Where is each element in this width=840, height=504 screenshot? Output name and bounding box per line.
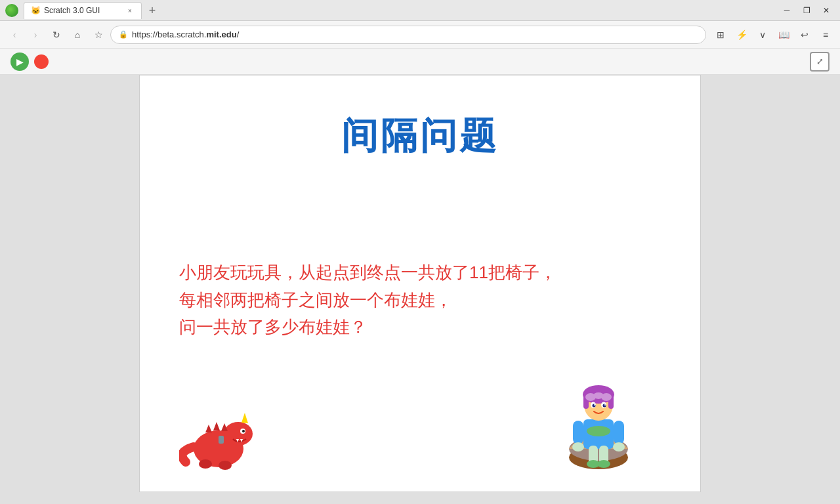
home-button[interactable]: ⌂ [68,26,87,44]
svg-point-30 [572,442,584,452]
extensions-button[interactable]: ⊞ [711,26,730,44]
browser-logo-icon [5,4,18,17]
spark-button[interactable]: ⚡ [732,26,751,44]
nav-bar: ‹ › ↻ ⌂ ☆ 🔒 https://beta.scratch.mit.edu… [0,21,840,49]
new-tab-button[interactable]: + [144,3,160,19]
svg-point-25 [603,404,606,408]
svg-point-26 [594,404,595,406]
svg-point-31 [613,442,625,452]
scratch-toolbar: ▶ ⤢ [0,49,840,75]
stage-title: 间隔问题 [140,112,700,161]
secure-icon: 🔒 [119,30,128,39]
window-controls: ─ ❐ ✕ [778,4,835,17]
svg-point-35 [597,460,610,468]
svg-point-14 [587,426,610,436]
address-text: https://beta.scratch.mit.edu/ [132,30,698,39]
browser-window: 🐱 Scratch 3.0 GUI × + ─ ❐ ✕ ‹ › ↻ ⌂ ☆ 🔒 … [0,0,840,504]
star-button[interactable]: ☆ [89,26,108,44]
green-flag-button[interactable]: ▶ [10,52,29,71]
refresh-button[interactable]: ↻ [47,26,66,44]
svg-point-6 [219,461,232,470]
problem-line-1: 小朋友玩玩具，从起点到终点一共放了11把椅子， [179,259,556,287]
dinosaur-sprite [179,400,258,478]
svg-point-5 [199,459,212,469]
svg-rect-29 [614,421,624,444]
problem-text: 小朋友玩玩具，从起点到终点一共放了11把椅子， 每相邻两把椅子之间放一个布娃娃，… [179,259,556,341]
svg-rect-28 [573,421,583,444]
tab-bar: 🐱 Scratch 3.0 GUI × + [24,2,778,19]
svg-marker-8 [205,425,212,432]
tab-title-label: Scratch 3.0 GUI [44,6,121,15]
svg-point-4 [242,430,245,432]
spark-chevron-button[interactable]: ∨ [753,26,772,44]
back-button[interactable]: ‹ [5,26,24,44]
scratch-stage: 间隔问题 小朋友玩玩具，从起点到终点一共放了11把椅子， 每相邻两把椅子之间放一… [139,75,701,492]
problem-line-3: 问一共放了多少布娃娃？ [179,314,556,341]
menu-button[interactable]: ≡ [816,26,835,44]
tab-close-button[interactable]: × [125,6,135,15]
history-button[interactable]: ↩ [795,26,814,44]
reader-button[interactable]: 📖 [774,26,793,44]
svg-point-24 [593,404,596,408]
forward-button[interactable]: › [26,26,45,44]
tab-favicon-icon: 🐱 [31,6,40,15]
svg-point-27 [604,404,606,406]
svg-marker-2 [242,413,248,423]
stop-button[interactable] [34,54,49,69]
restore-button[interactable]: ❐ [798,4,815,17]
title-bar: 🐱 Scratch 3.0 GUI × + ─ ❐ ✕ [0,0,840,21]
svg-rect-7 [219,436,224,444]
content-area: 间隔问题 小朋友玩玩具，从起点到终点一共放了11把椅子， 每相邻两把椅子之间放一… [0,75,840,504]
svg-marker-9 [213,422,220,430]
active-tab[interactable]: 🐱 Scratch 3.0 GUI × [24,2,142,19]
nav-right-controls: ⊞ ⚡ ∨ 📖 ↩ ≡ [711,26,835,44]
svg-point-21 [601,393,612,401]
minimize-button[interactable]: ─ [778,4,795,17]
fullscreen-button[interactable]: ⤢ [810,52,830,72]
problem-line-2: 每相邻两把椅子之间放一个布娃娃， [179,287,556,314]
girl-sprite [556,360,641,472]
address-bar[interactable]: 🔒 https://beta.scratch.mit.edu/ [110,26,706,44]
close-window-button[interactable]: ✕ [818,4,835,17]
